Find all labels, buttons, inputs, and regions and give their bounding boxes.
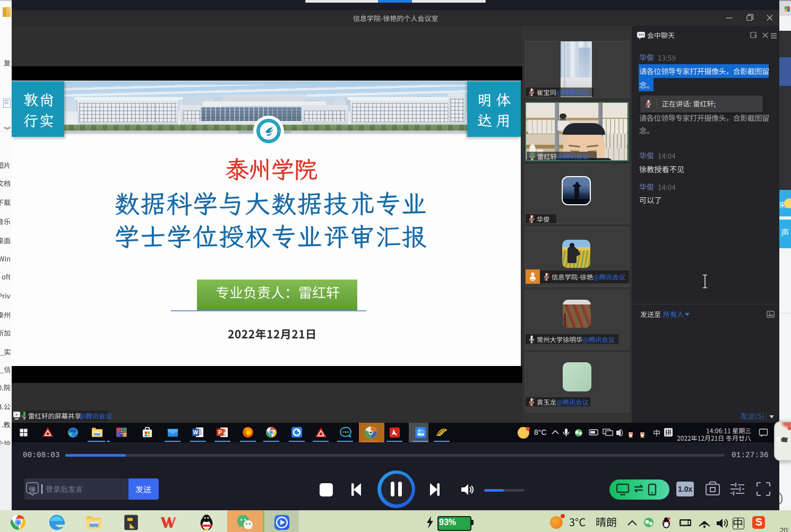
svg-text:P: P bbox=[218, 430, 222, 435]
svg-text:W: W bbox=[193, 430, 199, 435]
